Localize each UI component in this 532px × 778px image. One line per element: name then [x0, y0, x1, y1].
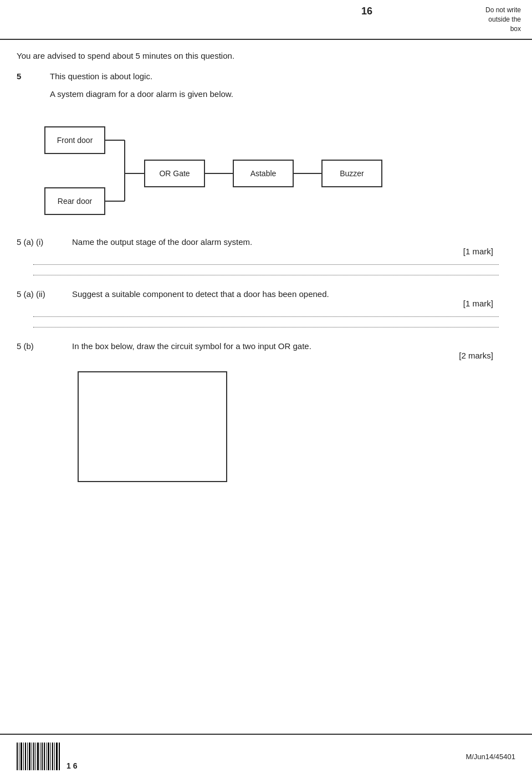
- dotted-line-4: [33, 327, 499, 327]
- dotted-line-3: [33, 316, 499, 317]
- svg-rect-19: [35, 743, 36, 770]
- footer-page-number: 1 6: [66, 761, 77, 770]
- diagram-intro-row: A system diagram for a door alarm is giv…: [17, 89, 515, 99]
- answer-lines-a-i: [33, 264, 499, 275]
- marks-a-ii: [1 mark]: [17, 299, 515, 308]
- mark-a-ii: [1 mark]: [463, 299, 493, 308]
- part-a-ii-row: 5 (a) (ii) Suggest a suitable component …: [17, 289, 515, 299]
- advice-text: You are advised to spend about 5 minutes…: [17, 51, 515, 60]
- svg-rect-24: [46, 743, 47, 770]
- question-part-a-ii: 5 (a) (ii) Suggest a suitable component …: [17, 289, 515, 327]
- svg-rect-30: [59, 743, 60, 770]
- svg-rect-11: [19, 743, 19, 770]
- svg-rect-13: [23, 743, 24, 770]
- svg-rect-14: [25, 743, 26, 770]
- svg-rect-20: [37, 743, 39, 770]
- barcode-icon: [17, 743, 61, 770]
- svg-rect-29: [56, 743, 58, 770]
- buzzer-box: Buzzer: [321, 160, 382, 187]
- front-door-box: Front door: [44, 126, 105, 154]
- main-content: You are advised to spend about 5 minutes…: [0, 40, 532, 507]
- barcode-area: 1 6: [17, 743, 77, 770]
- part-a-ii-label: 5 (a) (ii): [17, 289, 66, 299]
- footer: 1 6 M/Jun14/45401: [0, 734, 532, 778]
- svg-rect-15: [27, 743, 28, 770]
- part-b-label: 5 (b): [17, 341, 66, 351]
- dotted-line-2: [33, 275, 499, 275]
- mark-b: [2 marks]: [459, 351, 493, 360]
- rear-door-box: Rear door: [44, 187, 105, 215]
- part-a-i-text: Name the output stage of the door alarm …: [72, 237, 515, 247]
- svg-rect-21: [40, 743, 40, 770]
- draw-box-container: [78, 371, 515, 482]
- mark-a-i: [1 mark]: [463, 247, 493, 256]
- svg-rect-18: [33, 743, 34, 770]
- part-b-text: In the box below, draw the circuit symbo…: [72, 341, 515, 351]
- svg-rect-12: [21, 743, 22, 770]
- marks-b: [2 marks]: [17, 351, 515, 360]
- page-wrapper: 16 Do not write outside the box You are …: [0, 0, 532, 778]
- part-a-i-label: 5 (a) (i): [17, 237, 66, 247]
- diagram-intro-text: A system diagram for a door alarm is giv…: [50, 89, 515, 99]
- question-intro-row: 5 This question is about logic.: [17, 71, 515, 81]
- part-a-i-row: 5 (a) (i) Name the output stage of the d…: [17, 237, 515, 247]
- svg-rect-17: [32, 743, 32, 770]
- question-part-b: 5 (b) In the box below, draw the circuit…: [17, 341, 515, 482]
- svg-rect-23: [44, 743, 45, 770]
- question-number: 5: [17, 71, 50, 81]
- part-a-ii-text: Suggest a suitable component to detect t…: [72, 289, 515, 299]
- answer-lines-a-ii: [33, 316, 499, 327]
- svg-rect-10: [17, 743, 18, 770]
- question-part-a-i: 5 (a) (i) Name the output stage of the d…: [17, 237, 515, 275]
- top-header: 16 Do not write outside the box: [0, 0, 532, 40]
- svg-rect-16: [29, 743, 30, 770]
- svg-rect-27: [52, 743, 53, 770]
- svg-rect-25: [48, 743, 49, 770]
- marks-a-i: [1 mark]: [17, 247, 515, 256]
- dotted-line-1: [33, 264, 499, 265]
- svg-rect-28: [54, 743, 55, 770]
- footer-exam-code: M/Jun14/45401: [466, 753, 515, 761]
- svg-rect-26: [50, 743, 51, 770]
- draw-box: [78, 371, 227, 482]
- svg-rect-22: [42, 743, 43, 770]
- page-number: 16: [248, 6, 485, 17]
- question-intro-text: This question is about logic.: [50, 71, 515, 81]
- part-b-row: 5 (b) In the box below, draw the circuit…: [17, 341, 515, 351]
- do-not-write: Do not write outside the box: [485, 6, 521, 33]
- or-gate-box: OR Gate: [144, 160, 205, 187]
- astable-box: Astable: [233, 160, 294, 187]
- system-diagram: Front door Rear door OR Gate Astable Buz…: [33, 110, 499, 221]
